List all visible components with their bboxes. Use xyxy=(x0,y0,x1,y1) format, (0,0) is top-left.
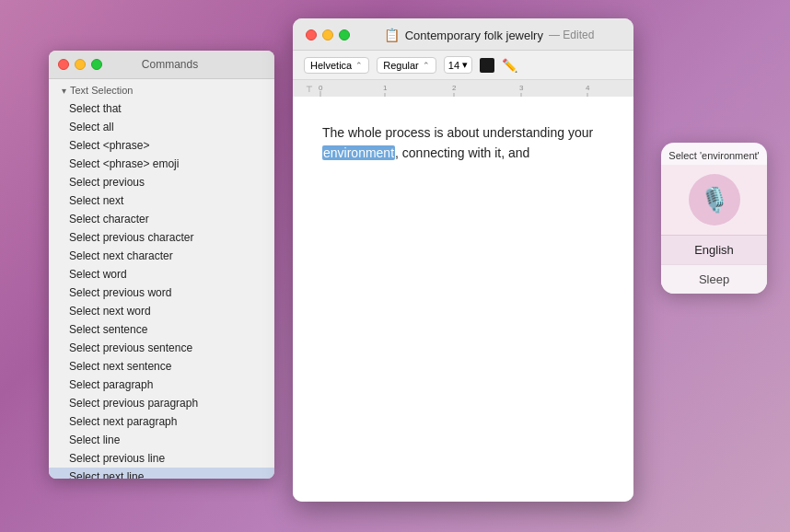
svg-text:0: 0 xyxy=(319,84,323,92)
ruler: ⊤ 0 1 2 3 4 xyxy=(293,80,633,97)
close-button[interactable] xyxy=(58,59,69,70)
list-item[interactable]: Select previous sentence xyxy=(49,339,274,357)
doc-maximize-button[interactable] xyxy=(339,29,350,40)
list-item[interactable]: Select line xyxy=(49,431,274,449)
font-selector[interactable]: Helvetica ⌃ xyxy=(304,57,369,74)
svg-text:⊤: ⊤ xyxy=(306,85,313,94)
chevron-down-icon: ▾ xyxy=(62,86,66,96)
list-item[interactable]: Select <phrase> xyxy=(49,136,274,155)
font-size: 14 xyxy=(448,60,459,71)
list-item[interactable]: Select paragraph xyxy=(49,376,274,394)
svg-text:1: 1 xyxy=(383,84,388,92)
doc-content[interactable]: The whole process is about understanding… xyxy=(293,97,633,502)
list-item[interactable]: Select character xyxy=(49,210,274,228)
font-arrow-icon: ⌃ xyxy=(355,61,363,70)
doc-edited-label: — Edited xyxy=(549,29,594,41)
commands-panel-title: Commands xyxy=(75,58,265,71)
list-item[interactable]: Select previous line xyxy=(49,449,274,468)
style-selector[interactable]: Regular ⌃ xyxy=(377,57,436,74)
section-label: Text Selection xyxy=(70,85,133,96)
color-swatch[interactable] xyxy=(480,58,494,73)
list-item[interactable]: Select all xyxy=(49,118,274,136)
list-item[interactable]: Select next character xyxy=(49,247,274,265)
doc-title-area: 📋 Contemporary folk jewelry — Edited xyxy=(357,28,621,42)
size-selector[interactable]: 14 ▾ xyxy=(444,56,472,74)
voice-mic-area: 🎙️ xyxy=(661,165,767,235)
microphone-icon: 🎙️ xyxy=(689,174,740,226)
document-window: 📋 Contemporary folk jewelry — Edited Hel… xyxy=(293,18,633,502)
commands-list[interactable]: Select thatSelect allSelect <phrase>Sele… xyxy=(49,99,274,479)
font-style: Regular xyxy=(383,60,419,71)
list-item[interactable]: Select that xyxy=(49,99,274,118)
voice-panel: Select 'environment' 🎙️ English Sleep xyxy=(661,143,767,294)
doc-icon: 📋 xyxy=(384,28,400,42)
section-header: ▾ Text Selection xyxy=(49,79,274,99)
list-item[interactable]: Select next xyxy=(49,191,274,210)
list-item[interactable]: Select previous xyxy=(49,173,274,191)
list-item[interactable]: Select next sentence xyxy=(49,357,274,376)
doc-traffic-lights xyxy=(306,29,350,40)
content-after: , connecting with it, and xyxy=(395,145,529,160)
list-item[interactable]: Select <phrase> emoji xyxy=(49,155,274,173)
style-arrow-icon: ⌃ xyxy=(423,61,430,70)
commands-titlebar: Commands xyxy=(49,51,274,79)
voice-language-button[interactable]: English xyxy=(661,235,767,264)
format-icon[interactable]: ✏️ xyxy=(502,58,517,73)
list-item[interactable]: Select previous character xyxy=(49,228,274,247)
svg-text:2: 2 xyxy=(452,84,457,92)
voice-sleep-button[interactable]: Sleep xyxy=(661,264,767,294)
list-item[interactable]: Select next word xyxy=(49,302,274,320)
font-name: Helvetica xyxy=(310,60,352,71)
list-item[interactable]: Select next line xyxy=(49,468,274,479)
list-item[interactable]: Select previous word xyxy=(49,283,274,302)
doc-titlebar: 📋 Contemporary folk jewelry — Edited xyxy=(293,18,633,51)
content-highlight: environment xyxy=(322,145,395,160)
voice-label: Select 'environment' xyxy=(663,143,764,165)
content-before: The whole process is about understanding… xyxy=(322,125,593,140)
list-item[interactable]: Select word xyxy=(49,265,274,283)
size-arrow-icon: ▾ xyxy=(462,59,468,71)
doc-title: Contemporary folk jewelry xyxy=(405,29,543,42)
doc-close-button[interactable] xyxy=(306,29,317,40)
list-item[interactable]: Select next paragraph xyxy=(49,412,274,431)
doc-toolbar: Helvetica ⌃ Regular ⌃ 14 ▾ ✏️ xyxy=(293,51,633,80)
list-item[interactable]: Select sentence xyxy=(49,320,274,339)
list-item[interactable]: Select previous paragraph xyxy=(49,394,274,412)
svg-rect-0 xyxy=(293,80,633,97)
doc-minimize-button[interactable] xyxy=(322,29,333,40)
svg-text:3: 3 xyxy=(519,84,524,92)
svg-text:4: 4 xyxy=(586,84,590,92)
commands-panel: Commands ▾ Text Selection Select thatSel… xyxy=(49,51,274,479)
